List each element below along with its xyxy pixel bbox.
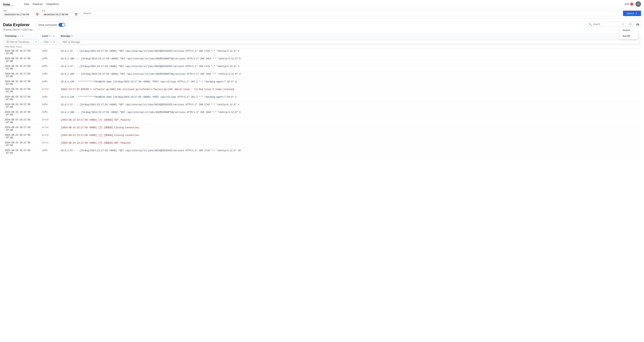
table-row[interactable]: 2024-08-24 16:17:58 -07:00info10.0.6.136… <box>3 94 641 102</box>
log-message-cell: [2024-08-24 23:17:58 +0000] [7] [DEBUG] … <box>59 125 641 133</box>
log-message-cell: 10.0.2.100 - - [24/Aug/2024:23:17:59 +00… <box>59 110 641 117</box>
dropdown-backfill-item[interactable]: Backfill <box>620 33 638 39</box>
start-calendar-icon[interactable]: 📅 <box>36 13 39 16</box>
content-search-input[interactable] <box>593 23 621 26</box>
table-row[interactable]: 2024-08-24 16:17:59 -07:00info10.0.2.100… <box>3 110 641 117</box>
nav-links: Data Pipelines Integrations <box>24 3 59 6</box>
table-row[interactable]: 2024-08-24 16:17:58 -07:00info10.0.2.100… <box>3 56 641 64</box>
content-search-icon: 🔍 <box>589 23 592 26</box>
timestamp-filter-wrap[interactable]: ☷ ✕ <box>5 40 38 44</box>
log-timestamp-cell: 2024-08-24 16:17:58 -07:00 <box>3 49 40 56</box>
table-row[interactable]: 2024-08-24 16:17:58 -07:00info10.0.2.100… <box>3 72 641 79</box>
log-level-cell: info <box>40 94 59 102</box>
avatar[interactable]: U <box>636 1 641 7</box>
table-row[interactable]: 2024-08-24 16:17:59 -07:00error[2024-08-… <box>3 125 641 133</box>
show-summaries-label: Show summaries <box>38 24 57 26</box>
level-filter-input[interactable] <box>44 41 49 43</box>
timestamp-settings-icon[interactable]: ❖ <box>22 35 24 37</box>
col-header-timestamp: Timestamp ▲ ≡ ❖ <box>3 33 40 39</box>
table-row[interactable]: 2024-08-24 16:17:58 -07:00errorI0824 23:… <box>3 87 641 94</box>
log-timestamp-cell: 2024-08-24 16:17:58 -07:00 <box>3 72 40 79</box>
log-table-body: 2024-08-24 16:17:58 -07:00info10.0.2.57 … <box>3 49 641 156</box>
start-datetime-input[interactable] <box>5 13 34 16</box>
dropdown-search-item[interactable]: Search <box>620 27 638 33</box>
level-settings-icon[interactable]: ❖ <box>53 35 55 37</box>
page-title: Data Explorer <box>3 22 30 27</box>
message-filter-input[interactable] <box>62 41 638 43</box>
header-actions: 🔍 ✕ ☷ ▮▮ <box>587 22 641 27</box>
log-level-cell: info <box>40 102 59 110</box>
log-message-cell: 10.0.2.100 - - [24/Aug/2024:23:17:58 +00… <box>59 72 641 79</box>
nav-right: Jobs 2 U <box>624 1 641 7</box>
message-filter-cell <box>59 39 641 45</box>
log-timestamp-cell: 2024-08-24 16:17:58 -07:00 <box>3 87 40 94</box>
main-content: Data Explorer Show summaries Showing 250… <box>0 19 644 159</box>
table-row[interactable]: 2024-08-24 16:17:59 -07:00info10.0.2.57 … <box>3 148 641 156</box>
start-datetime-input-wrap[interactable]: 📅 <box>3 12 40 17</box>
filter-mode-cell: Filter Mode: Fuzzy <box>3 45 641 49</box>
log-timestamp-cell: 2024-08-24 16:17:59 -07:00 <box>3 110 40 117</box>
search-dropdown-arrow-icon[interactable]: ▼ <box>636 12 637 14</box>
log-timestamp-cell: 2024-08-24 16:17:58 -07:00 <box>3 64 40 72</box>
timestamp-sort-icon[interactable]: ▲ <box>17 35 19 37</box>
log-level-cell: error <box>40 87 59 94</box>
log-timestamp-cell: 2024-08-24 16:17:59 -07:00 <box>3 117 40 125</box>
log-message-cell: 10.0.2.57 - - [24/Aug/2024:23:17:59 +000… <box>59 102 641 110</box>
level-menu-icon[interactable]: ≡ <box>51 35 52 37</box>
svg-text:DYNAMIC OBSERVABILITY: DYNAMIC OBSERVABILITY <box>3 6 14 6</box>
title-area: Data Explorer Show summaries Showing 250… <box>3 22 587 31</box>
pause-icon-button[interactable]: ▮▮ <box>635 22 641 27</box>
logo: Grepr DYNAMIC OBSERVABILITY <box>3 2 18 7</box>
nav-integrations[interactable]: Integrations <box>46 3 59 6</box>
search-button[interactable]: Search ▼ <box>623 11 641 16</box>
table-row[interactable]: 2024-08-24 16:17:59 -07:00info10.0.2.57 … <box>3 102 641 110</box>
log-timestamp-cell: 2024-08-24 16:17:59 -07:00 <box>3 102 40 110</box>
end-calendar-icon[interactable]: 📅 <box>74 13 78 16</box>
level-info-icon: ⓘ <box>49 35 50 37</box>
filter-icon-button[interactable]: ☷ <box>628 22 633 27</box>
table-row[interactable]: 2024-08-24 16:17:58 -07:00info10.0.6.136… <box>3 79 641 87</box>
log-level-cell: info <box>40 148 59 156</box>
end-datetime-group: End 📅 <box>42 10 80 17</box>
jobs-button[interactable]: Jobs 2 <box>624 3 633 6</box>
table-row[interactable]: 2024-08-24 16:17:58 -07:00info10.0.2.57 … <box>3 64 641 72</box>
table-row[interactable]: 2024-08-24 16:17:59 -07:00error[2024-08-… <box>3 133 641 140</box>
table-header-row: Timestamp ▲ ≡ ❖ Level ⓘ ≡ ❖ <box>3 33 641 39</box>
log-message-cell: 10.0.2.100 - - [24/Aug/2024:23:17:58 +00… <box>59 56 641 64</box>
message-col-label: Message <box>61 35 70 37</box>
content-search-box[interactable]: 🔍 ✕ <box>587 22 626 27</box>
log-message-cell: [2024-08-24 23:17:58 +0000] [7] [DEBUG] … <box>59 133 641 140</box>
filter-row: ☷ ✕ ✕ ▼ <box>3 39 641 45</box>
col-header-message: Message ⓘ <box>59 33 641 39</box>
level-filter-wrap[interactable]: ✕ ▼ <box>42 40 57 44</box>
message-filter-wrap[interactable] <box>61 40 639 44</box>
log-timestamp-cell: 2024-08-24 16:17:59 -07:00 <box>3 148 40 156</box>
timestamp-filter-clear-icon[interactable]: ✕ <box>35 41 37 43</box>
toggle-thumb <box>62 23 65 26</box>
main-search-input[interactable] <box>81 11 622 16</box>
filter-mode-text: Filter Mode: Fuzzy <box>5 46 22 48</box>
end-datetime-input[interactable] <box>44 13 74 16</box>
table-row[interactable]: 2024-08-24 16:17:59 -07:00error[2024-08-… <box>3 140 641 148</box>
toggle-switch[interactable] <box>58 23 65 27</box>
table-row[interactable]: 2024-08-24 16:17:58 -07:00info10.0.2.57 … <box>3 49 641 56</box>
end-label: End <box>42 10 80 12</box>
log-message-cell: 10.0.2.57 - - [24/Aug/2024:23:17:59 +000… <box>59 148 641 156</box>
table-row[interactable]: 2024-08-24 16:17:59 -07:00error[2024-08-… <box>3 117 641 125</box>
timestamp-menu-icon[interactable]: ≡ <box>20 35 21 37</box>
log-level-cell: info <box>40 79 59 87</box>
content-search-clear-icon[interactable]: ✕ <box>622 23 624 26</box>
filter-mode-row: Filter Mode: Fuzzy <box>3 45 641 49</box>
jobs-count-badge: 2 <box>630 3 633 6</box>
level-filter-dropdown-btn[interactable]: ▼ <box>52 41 55 43</box>
nav-data[interactable]: Data <box>24 3 29 6</box>
nav-pipelines[interactable]: Pipelines <box>32 3 42 6</box>
end-datetime-input-wrap[interactable]: 📅 <box>42 12 80 17</box>
show-summaries-toggle[interactable]: Show summaries <box>36 22 68 28</box>
log-level-cell: info <box>40 56 59 64</box>
log-timestamp-cell: 2024-08-24 16:17:58 -07:00 <box>3 79 40 87</box>
pause-icon: ▮▮ <box>636 23 639 26</box>
level-filter-clear-icon[interactable]: ✕ <box>50 41 52 43</box>
log-timestamp-cell: 2024-08-24 16:17:59 -07:00 <box>3 140 40 148</box>
timestamp-filter-input[interactable] <box>10 41 34 43</box>
